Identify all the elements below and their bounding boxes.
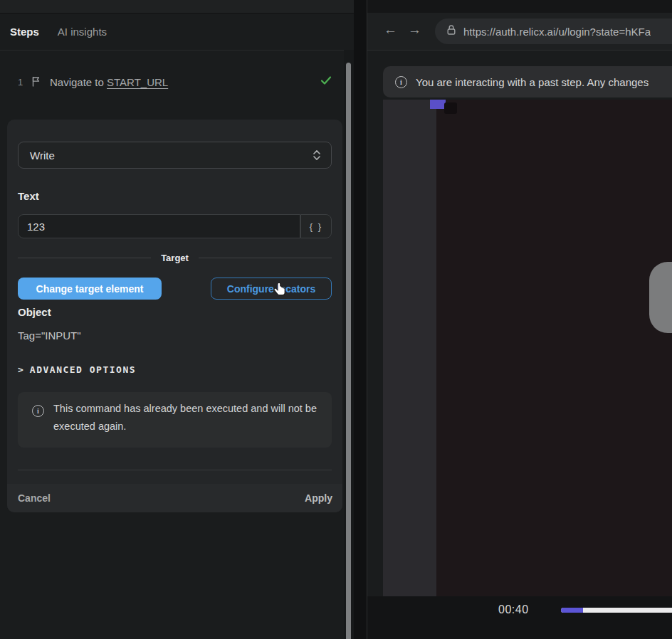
tab-steps[interactable]: Steps [10,26,39,38]
panel-tab-bar: Steps AI insights [0,14,354,51]
back-arrow-icon[interactable]: ← [384,22,397,38]
replay-purple-element [430,100,446,109]
cancel-button[interactable]: Cancel [18,484,51,512]
target-buttons-row: Change target element Configure locators [7,278,342,300]
steps-panel: Steps AI insights 1 Navigate to START_UR… [0,0,354,639]
start-url-link[interactable]: START_URL [107,76,168,88]
replay-dark-element [444,102,457,114]
side-drag-handle[interactable] [649,262,672,333]
step-success-check-icon [320,75,332,88]
replay-top-strip [367,0,672,13]
object-label: Object [18,306,51,318]
playback-timestamp: 00:40 [498,603,529,616]
divider-line-right [199,258,332,258]
executed-info-box: i This command has already been executed… [18,392,332,448]
select-updown-icon [313,149,321,164]
past-step-banner-text: You are interacting with a past step. An… [416,76,649,88]
step-editor-card: Write Text { } Target Change target elem… [7,120,342,512]
chevron-right-icon: > [18,364,23,375]
url-text: https://auth.relicx.ai/u/login?state=hKF… [463,26,651,38]
target-divider-label: Target [161,253,189,263]
browser-nav-bar: ← → https://auth.relicx.ai/u/login?state… [367,13,672,51]
browser-replay-panel: ← → https://auth.relicx.ai/u/login?state… [367,0,672,639]
target-section-divider: Target [18,251,332,264]
advanced-options-toggle[interactable]: > ADVANCED OPTIONS [18,364,136,375]
command-select-value: Write [30,149,55,162]
step-number: 1 [18,77,23,88]
info-icon: i [395,76,407,88]
apply-button[interactable]: Apply [305,484,332,512]
app-root: Steps AI insights 1 Navigate to START_UR… [0,0,672,639]
past-step-banner: i You are interacting with a past step. … [383,66,672,97]
forward-arrow-icon[interactable]: → [408,22,421,38]
step-row-1[interactable]: 1 Navigate to START_URL [0,71,344,93]
replay-screenshot-area [367,100,672,596]
url-bar[interactable]: https://auth.relicx.ai/u/login?state=hKF… [435,19,672,44]
configure-locators-button[interactable]: Configure locators [211,278,332,300]
playback-progress-bar[interactable] [561,608,672,613]
flag-icon [31,76,41,90]
card-footer: Cancel Apply [7,484,342,512]
executed-info-text: This command has already been executed a… [53,400,318,435]
replay-app-sidebar [383,100,436,596]
divider-line-left [18,258,151,258]
lock-icon [446,24,456,38]
object-tag-value: Tag="INPUT" [18,329,81,342]
advanced-options-label: ADVANCED OPTIONS [30,364,136,375]
command-select[interactable]: Write [18,142,332,169]
step-description: Navigate to START_URL [50,76,168,88]
tab-ai-insights[interactable]: AI insights [58,26,107,38]
insert-variable-button[interactable]: { } [300,214,332,238]
steps-scrollbar-thumb[interactable] [346,63,351,639]
change-target-element-button[interactable]: Change target element [18,278,162,300]
text-input[interactable] [18,214,300,238]
info-icon: i [32,405,44,417]
window-top-strip [0,0,354,14]
text-input-row: { } [18,214,332,238]
footer-divider [18,470,332,470]
playback-progress-fill [561,608,583,613]
replay-player-bar: 00:40 [367,596,672,639]
replay-app-content [436,100,672,596]
text-field-label: Text [18,190,39,202]
